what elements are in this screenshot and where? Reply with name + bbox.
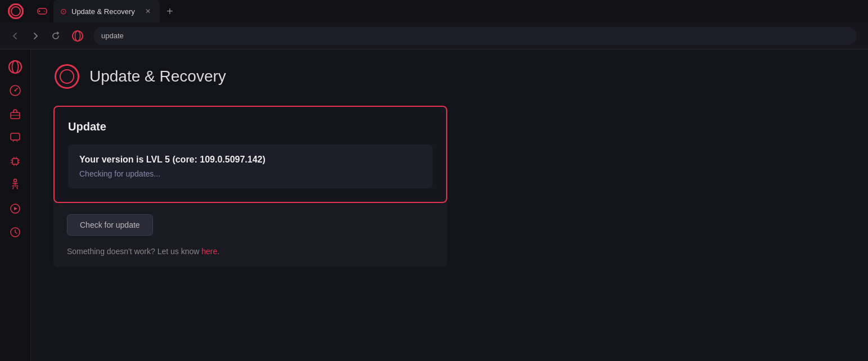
svg-point-3	[44, 11, 44, 11]
update-card: Update Your version is LVL 5 (core: 109.…	[53, 106, 447, 203]
svg-point-5	[73, 31, 83, 41]
sidebar	[0, 49, 31, 361]
version-info-box: Your version is LVL 5 (core: 109.0.5097.…	[68, 145, 433, 188]
feedback-suffix: .	[217, 247, 219, 256]
feedback-link[interactable]: here	[201, 247, 217, 256]
address-text: update	[101, 31, 124, 40]
svg-point-6	[75, 31, 80, 41]
sidebar-opera-logo[interactable]	[5, 56, 26, 78]
checking-status-text: Checking for updates...	[79, 169, 421, 178]
svg-point-23	[14, 179, 17, 182]
tab-bar: ⊙ Update & Recovery ✕ +	[31, 0, 868, 22]
svg-marker-25	[14, 207, 17, 210]
check-update-button[interactable]: Check for update	[67, 214, 153, 236]
tab-favicon-icon: ⊙	[60, 7, 67, 16]
svg-point-10	[15, 90, 16, 92]
update-container: Update Your version is LVL 5 (core: 109.…	[53, 106, 447, 267]
opera-logo-large-icon	[55, 64, 79, 89]
address-bar[interactable]: update	[93, 27, 857, 45]
forward-button[interactable]	[27, 28, 44, 44]
reload-button[interactable]	[47, 28, 64, 44]
titlebar: ⊙ Update & Recovery ✕ +	[0, 0, 868, 22]
opera-circle-icon	[8, 3, 24, 19]
main-layout: Update & Recovery Update Your version is…	[0, 49, 868, 361]
page-title: Update & Recovery	[89, 67, 226, 85]
tab-close-button[interactable]: ✕	[143, 6, 153, 16]
opera-logo-titlebar[interactable]	[0, 3, 31, 19]
svg-rect-13	[11, 133, 20, 140]
sidebar-speedometer-icon[interactable]	[5, 80, 26, 101]
version-text: Your version is LVL 5 (core: 109.0.5097.…	[79, 155, 421, 165]
back-button[interactable]	[7, 28, 24, 44]
sidebar-processor-icon[interactable]	[5, 151, 26, 172]
page-content: Update & Recovery Update Your version is…	[31, 49, 868, 361]
feedback-prefix: Something doesn't work? Let us know	[67, 247, 201, 256]
update-section-title: Update	[68, 120, 433, 133]
tab-title: Update & Recovery	[71, 7, 135, 16]
sidebar-chat-icon[interactable]	[5, 127, 26, 148]
sidebar-briefcase-icon[interactable]	[5, 103, 26, 125]
svg-point-8	[12, 61, 19, 73]
update-footer: Check for update Something doesn't work?…	[53, 203, 447, 267]
navbar: update	[0, 22, 868, 49]
sidebar-clock-icon[interactable]	[5, 222, 26, 243]
page-header-logo	[53, 63, 80, 90]
sidebar-hiker-icon[interactable]	[5, 174, 26, 196]
tab-update-recovery[interactable]: ⊙ Update & Recovery ✕	[53, 0, 160, 22]
gaming-icon[interactable]	[31, 0, 53, 22]
new-tab-button[interactable]: +	[160, 1, 180, 21]
page-header: Update & Recovery	[53, 63, 845, 90]
svg-point-4	[44, 11, 45, 12]
svg-point-7	[9, 61, 21, 73]
sidebar-play-icon[interactable]	[5, 198, 26, 219]
svg-rect-14	[12, 159, 18, 164]
opera-nav-icon	[70, 28, 86, 44]
feedback-text: Something doesn't work? Let us know here…	[67, 247, 434, 256]
